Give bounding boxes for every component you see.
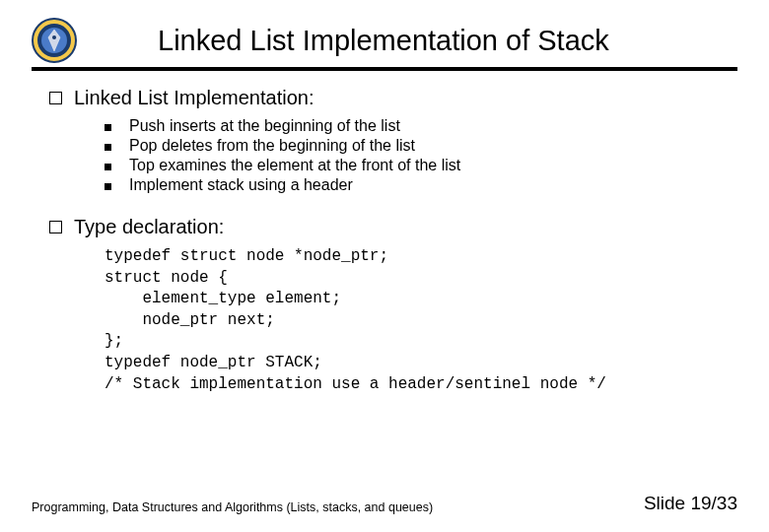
logo-icon [32, 18, 77, 63]
heading-text: Type declaration: [74, 216, 224, 238]
sub-list-1: Push inserts at the beginning of the lis… [105, 117, 737, 194]
footer-right: Slide 19/33 [644, 493, 737, 514]
list-item-text: Push inserts at the beginning of the lis… [129, 117, 400, 135]
section-heading-2: Type declaration: [49, 216, 737, 238]
list-item: Top examines the element at the front of… [105, 157, 737, 174]
list-item-text: Top examines the element at the front of… [129, 157, 460, 174]
divider [32, 67, 737, 71]
list-item: Push inserts at the beginning of the lis… [105, 117, 737, 135]
content: Linked List Implementation: Push inserts… [32, 87, 737, 395]
code-block: typedef struct node *node_ptr; struct no… [105, 246, 737, 395]
square-bullet-icon [49, 221, 62, 233]
heading-text: Linked List Implementation: [74, 87, 314, 109]
section-heading-1: Linked List Implementation: [49, 87, 737, 109]
footer-left: Programming, Data Structures and Algorit… [32, 500, 433, 514]
square-bullet-icon [105, 183, 111, 190]
list-item: Implement stack using a header [105, 176, 737, 194]
slide: Linked List Implementation of Stack Link… [0, 0, 769, 532]
list-item-text: Implement stack using a header [129, 176, 353, 194]
header-row: Linked List Implementation of Stack [32, 18, 737, 63]
square-bullet-icon [105, 124, 111, 131]
page-title: Linked List Implementation of Stack [158, 25, 609, 57]
footer: Programming, Data Structures and Algorit… [32, 493, 737, 514]
list-item-text: Pop deletes from the beginning of the li… [129, 137, 415, 155]
svg-point-3 [52, 35, 56, 39]
square-bullet-icon [105, 144, 111, 151]
square-bullet-icon [49, 92, 62, 104]
square-bullet-icon [105, 164, 111, 170]
list-item: Pop deletes from the beginning of the li… [105, 137, 737, 155]
